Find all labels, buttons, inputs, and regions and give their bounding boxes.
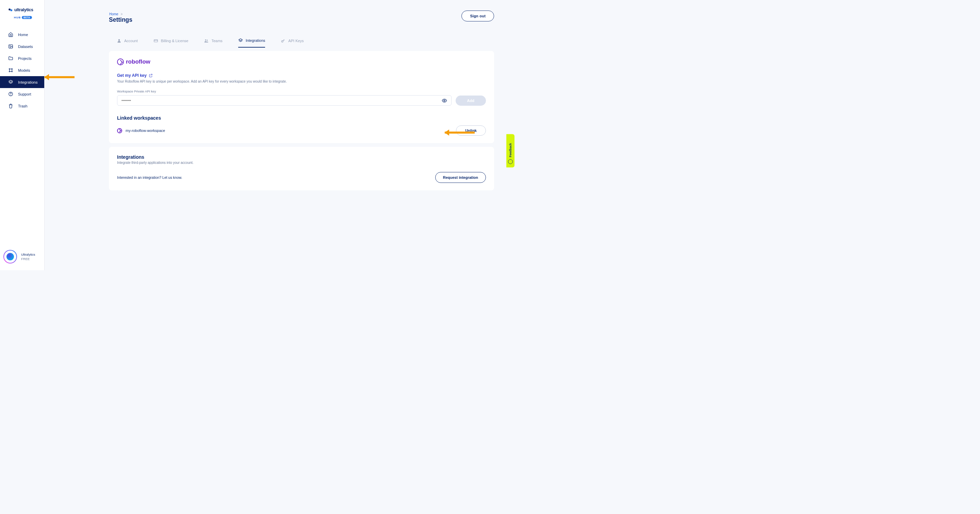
svg-point-0 <box>8 8 11 11</box>
sidebar-item-label: Models <box>18 68 30 72</box>
svg-point-5 <box>11 69 13 70</box>
workspace-row: my-roboflow-workspace Unlink <box>117 125 486 136</box>
annotation-arrow <box>445 132 475 133</box>
request-integration-button[interactable]: Request integration <box>435 172 486 183</box>
avatar <box>3 250 17 263</box>
svg-point-9 <box>11 95 11 95</box>
integrations-note: Interested in an integration? Let us kno… <box>117 175 182 179</box>
sidebar-item-trash[interactable]: Trash <box>0 100 44 112</box>
sidebar-item-projects[interactable]: Projects <box>0 52 44 64</box>
integrations-subtitle: Integrate third-party applications into … <box>117 161 486 165</box>
svg-point-10 <box>118 39 120 41</box>
sidebar-nav: Home Datasets Projects Models Integratio… <box>0 29 44 112</box>
workspace-name: my-roboflow-workspace <box>126 128 165 133</box>
integrations-title: Integrations <box>117 154 486 160</box>
tab-label: Account <box>124 39 138 43</box>
sidebar-item-label: Home <box>18 33 28 37</box>
roboflow-icon <box>117 128 122 133</box>
sidebar-item-integrations[interactable]: Integrations <box>0 76 44 88</box>
roboflow-brand: roboflow <box>126 59 150 65</box>
folder-icon <box>8 56 13 61</box>
api-key-input[interactable] <box>118 95 451 105</box>
svg-point-7 <box>11 71 13 72</box>
tab-label: Integrations <box>246 38 265 43</box>
brand-name: ultralytics <box>14 8 33 12</box>
sidebar-item-support[interactable]: Support <box>0 88 44 100</box>
team-icon <box>204 38 208 43</box>
linked-workspaces-title: Linked workspaces <box>117 115 486 121</box>
user-name: Ultralytics <box>21 252 35 257</box>
layers-icon <box>8 79 13 85</box>
tab-account[interactable]: Account <box>117 38 138 48</box>
signout-button[interactable]: Sign out <box>461 11 494 21</box>
card-icon <box>153 38 158 43</box>
user-icon <box>117 38 121 43</box>
key-icon <box>281 38 285 43</box>
sidebar-item-models[interactable]: Models <box>0 64 44 76</box>
sidebar-item-datasets[interactable]: Datasets <box>0 40 44 52</box>
hub-label: HUB <box>14 16 21 19</box>
svg-point-4 <box>9 69 10 70</box>
external-link-icon <box>149 73 153 78</box>
sidebar-item-label: Support <box>18 92 31 96</box>
svg-point-15 <box>444 100 445 101</box>
tab-integrations[interactable]: Integrations <box>238 38 265 48</box>
breadcrumb-separator: > <box>121 12 123 16</box>
settings-tabs: Account Billing & License Teams Integrat… <box>117 38 304 48</box>
breadcrumb: Home > <box>109 12 123 16</box>
svg-point-3 <box>10 46 11 46</box>
grid-icon <box>8 68 13 73</box>
breadcrumb-home[interactable]: Home <box>109 12 118 16</box>
svg-point-13 <box>207 40 208 41</box>
trash-icon <box>8 103 13 108</box>
tab-apikeys[interactable]: API Keys <box>281 38 304 48</box>
image-icon <box>8 44 13 49</box>
toggle-visibility-button[interactable] <box>442 98 447 103</box>
sidebar-item-label: Integrations <box>18 80 37 84</box>
api-description: Your Roboflow API key is unique per work… <box>117 79 486 83</box>
user-tier: FREE <box>21 257 35 261</box>
tab-teams[interactable]: Teams <box>204 38 222 48</box>
page-title: Settings <box>109 16 132 24</box>
sidebar-item-label: Datasets <box>18 44 33 49</box>
add-apikey-button[interactable]: Add <box>456 95 486 106</box>
sidebar: ultralytics HUB BETA Home Datasets Proje… <box>0 0 45 270</box>
tab-label: Teams <box>211 39 222 43</box>
logo-area[interactable]: ultralytics HUB BETA <box>0 0 44 24</box>
ultralytics-logo-icon <box>8 8 13 12</box>
roboflow-logo: roboflow <box>117 59 486 65</box>
sidebar-item-label: Trash <box>18 104 27 108</box>
unlink-button[interactable]: Unlink <box>456 125 486 136</box>
api-field-label: Workspace Private API key <box>117 89 486 93</box>
layers-icon <box>238 38 243 43</box>
annotation-arrow <box>45 76 75 78</box>
svg-point-12 <box>205 40 207 41</box>
roboflow-card: roboflow Get my API key Your Roboflow AP… <box>109 51 494 143</box>
integrations-card: Integrations Integrate third-party appli… <box>109 147 494 190</box>
svg-point-6 <box>9 71 10 72</box>
svg-rect-11 <box>154 40 158 42</box>
get-api-key-link[interactable]: Get my API key <box>117 73 153 78</box>
tab-label: Billing & License <box>161 39 189 43</box>
help-icon <box>8 92 13 97</box>
svg-point-1 <box>10 9 12 11</box>
beta-badge: BETA <box>22 16 32 19</box>
feedback-button[interactable]: Feedback <box>506 134 514 168</box>
svg-point-14 <box>282 40 283 42</box>
sidebar-item-home[interactable]: Home <box>0 29 44 40</box>
tab-label: API Keys <box>288 39 304 43</box>
tab-billing[interactable]: Billing & License <box>153 38 189 48</box>
roboflow-icon <box>117 59 124 65</box>
home-icon <box>8 32 13 37</box>
sidebar-item-label: Projects <box>18 56 32 60</box>
user-profile-area[interactable]: Ultralytics FREE <box>3 250 35 263</box>
